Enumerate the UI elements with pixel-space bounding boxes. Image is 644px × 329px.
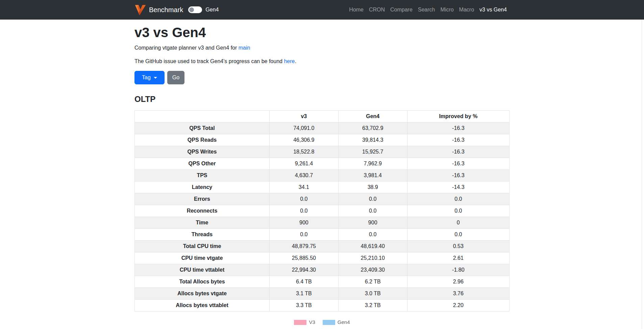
gen4-value: 23,409.30: [338, 264, 407, 276]
issue-suffix: .: [295, 58, 296, 64]
nav-item-macro[interactable]: Macro: [456, 6, 477, 14]
nav-item-micro[interactable]: Micro: [438, 6, 456, 14]
table-header-row: v3 Gen4 Improved by %: [135, 111, 510, 122]
main-branch-link[interactable]: main: [239, 45, 250, 51]
table-row: Allocs bytes vtgate3.1 TB3.0 TB3.76: [135, 288, 510, 300]
metric-label: Latency: [135, 182, 270, 193]
v3-value: 900: [269, 217, 338, 229]
improved-value: -14.3: [407, 182, 509, 193]
v3-legend-swatch: [294, 320, 306, 325]
top-navbar: Benchmark Gen4 Home CRON Compare Search …: [0, 0, 644, 20]
improved-value: 2.96: [407, 276, 509, 288]
brand[interactable]: Benchmark: [134, 4, 183, 16]
improved-value: -16.3: [407, 134, 509, 146]
gen4-value: 38.9: [338, 182, 407, 193]
gen4-value: 15,925.7: [338, 146, 407, 158]
vitess-logo-icon: [134, 4, 146, 16]
go-button[interactable]: Go: [167, 71, 184, 84]
gen4-legend-swatch: [323, 320, 335, 325]
metric-label: Allocs bytes vttablet: [135, 300, 270, 311]
improved-value: 0.0: [407, 229, 509, 241]
metric-label: Allocs bytes vtgate: [135, 288, 270, 300]
metric-label: Errors: [135, 193, 270, 205]
improved-value: 2.20: [407, 300, 509, 311]
v3-value: 9,261.4: [269, 158, 338, 170]
chart-legend: V3 Gen4: [134, 320, 510, 325]
improved-value: 0.0: [407, 205, 509, 217]
table-row: QPS Total74,091.063,702.9-16.3: [135, 122, 510, 134]
metric-label: QPS Other: [135, 158, 270, 170]
issue-prefix: The GitHub issue used to track Gen4's pr…: [134, 58, 284, 64]
metric-label: QPS Writes: [135, 146, 270, 158]
table-row: CPU time vtgate25,885.5025,210.102.61: [135, 252, 510, 264]
improved-value: 0.53: [407, 241, 509, 252]
improved-value: 0: [407, 217, 509, 229]
nav-item-compare[interactable]: Compare: [388, 6, 415, 14]
metric-label: Time: [135, 217, 270, 229]
github-issue-link[interactable]: here: [284, 58, 295, 64]
improved-value: -16.3: [407, 122, 509, 134]
improved-value: -16.3: [407, 158, 509, 170]
nav-item-v3-vs-gen4[interactable]: v3 vs Gen4: [477, 6, 510, 14]
chart-plot-area: 80000 70000: [134, 325, 510, 329]
table-row: Latency34.138.9-14.3: [135, 182, 510, 193]
v3-value: 46,306.9: [269, 134, 338, 146]
gen4-toggle[interactable]: [188, 6, 202, 13]
table-row: Allocs bytes vttablet3.3 TB3.2 TB2.20: [135, 300, 510, 311]
metric-label: QPS Reads: [135, 134, 270, 146]
table-row: Errors0.00.00.0: [135, 193, 510, 205]
metric-label: QPS Total: [135, 122, 270, 134]
gen4-value: 63,702.9: [338, 122, 407, 134]
gen4-value: 6.2 TB: [338, 276, 407, 288]
tag-dropdown-label: Tag: [142, 75, 151, 81]
nav-item-search[interactable]: Search: [415, 6, 438, 14]
intro-text: Comparing vtgate planner v3 and Gen4 for…: [134, 44, 510, 52]
improved-value: -16.3: [407, 146, 509, 158]
table-row: QPS Reads46,306.939,814.3-16.3: [135, 134, 510, 146]
table-row: Total Allocs bytes6.4 TB6.2 TB2.96: [135, 276, 510, 288]
metric-label: CPU time vtgate: [135, 252, 270, 264]
table-row: TPS4,630.73,981.4-16.3: [135, 170, 510, 182]
gen4-value: 25,210.10: [338, 252, 407, 264]
header-gen4: Gen4: [338, 111, 407, 122]
controls-row: Tag Go: [134, 71, 510, 84]
v3-value: 48,879.75: [269, 241, 338, 252]
nav-item-cron[interactable]: CRON: [366, 6, 388, 14]
table-row: Threads0.00.00.0: [135, 229, 510, 241]
table-row: QPS Other9,261.47,962.9-16.3: [135, 158, 510, 170]
gen4-value: 3,981.4: [338, 170, 407, 182]
gen4-value: 3.0 TB: [338, 288, 407, 300]
v3-value: 3.1 TB: [269, 288, 338, 300]
v3-value: 74,091.0: [269, 122, 338, 134]
metric-label: Threads: [135, 229, 270, 241]
gen4-toggle-knob: [189, 7, 194, 12]
v3-value: 25,885.50: [269, 252, 338, 264]
section-title-oltp: OLTP: [134, 93, 510, 105]
v3-value: 0.0: [269, 193, 338, 205]
brand-label: Benchmark: [149, 5, 183, 15]
tag-dropdown-button[interactable]: Tag: [134, 71, 165, 84]
issue-text: The GitHub issue used to track Gen4's pr…: [134, 57, 510, 65]
gen4-value: 3.2 TB: [338, 300, 407, 311]
gen4-toggle-label: Gen4: [205, 6, 219, 14]
table-row: Reconnects0.00.00.0: [135, 205, 510, 217]
metric-label: Reconnects: [135, 205, 270, 217]
table-row: CPU time vttablet22,994.3023,409.30-1.80: [135, 264, 510, 276]
metric-label: CPU time vttablet: [135, 264, 270, 276]
gen4-value: 0.0: [338, 193, 407, 205]
gen4-value: 900: [338, 217, 407, 229]
v3-value: 34.1: [269, 182, 338, 193]
improved-value: -1.80: [407, 264, 509, 276]
improved-value: 0.0: [407, 193, 509, 205]
header-v3: v3: [269, 111, 338, 122]
metric-label: Total Allocs bytes: [135, 276, 270, 288]
nav-item-home[interactable]: Home: [346, 6, 366, 14]
metric-label: TPS: [135, 170, 270, 182]
header-improved: Improved by %: [407, 111, 509, 122]
scrollbar[interactable]: [642, 20, 642, 329]
v3-value: 22,994.30: [269, 264, 338, 276]
v3-value: 0.0: [269, 229, 338, 241]
v3-value: 18,522.8: [269, 146, 338, 158]
nav-links: Home CRON Compare Search Micro Macro v3 …: [346, 6, 510, 14]
improved-value: 3.76: [407, 288, 509, 300]
